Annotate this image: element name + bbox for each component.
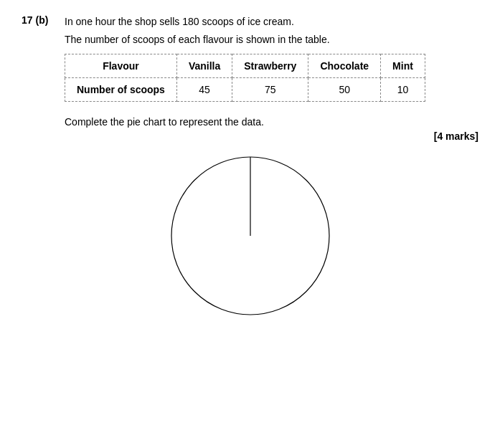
col-header-strawberry: Strawberry [232,54,308,78]
value-strawberry: 75 [232,78,308,102]
marks-label: [4 marks] [22,130,478,142]
question-intro: In one hour the shop sells 180 scoops of… [65,14,294,29]
chart-instruction: Complete the pie chart to represent the … [65,116,478,128]
col-header-flavour: Flavour [65,54,177,78]
question-sub-intro: The number of scoops of each flavour is … [65,34,478,45]
value-mint: 10 [381,78,425,102]
value-vanilla: 45 [176,78,232,102]
row-label: Number of scoops [65,78,177,102]
col-header-vanilla: Vanilla [176,54,232,78]
col-header-mint: Mint [381,54,425,78]
pie-chart-svg [168,153,333,318]
value-chocolate: 50 [308,78,381,102]
col-header-chocolate: Chocolate [308,54,381,78]
question-number: 17 (b) [22,14,65,26]
data-table: Flavour Vanilla Strawberry Chocolate Min… [65,54,478,102]
pie-chart-container [22,153,478,318]
